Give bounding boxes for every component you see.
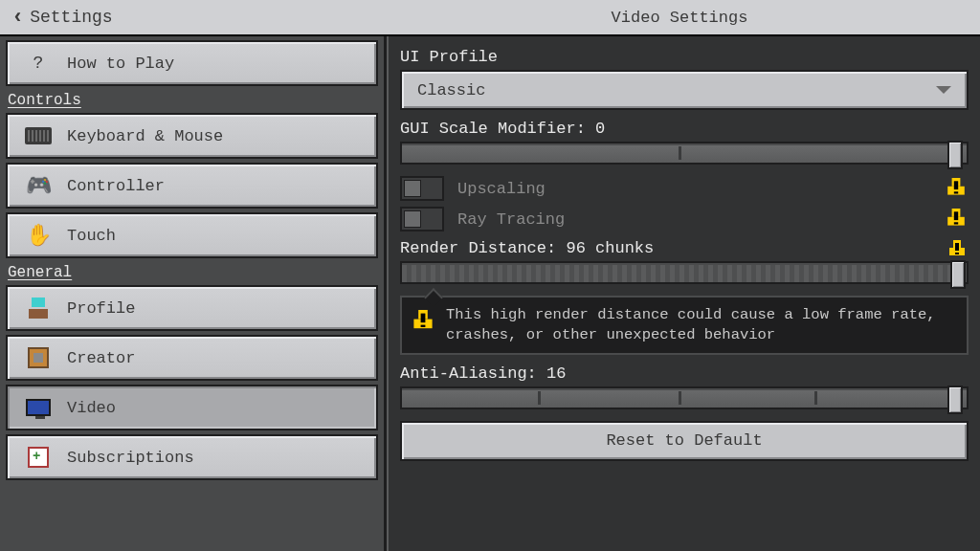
gui-scale-label: GUI Scale Modifier: 0 (400, 120, 969, 138)
controller-icon: 🎮 (21, 172, 56, 199)
back-label: Settings (30, 8, 112, 27)
upscaling-row: Upscaling (400, 176, 969, 201)
slider-thumb[interactable] (947, 386, 963, 414)
sidebar-item-creator[interactable]: Creator (6, 335, 378, 381)
svg-rect-3 (954, 191, 958, 193)
upscaling-label: Upscaling (457, 180, 546, 198)
section-controls: Controls (0, 88, 384, 111)
sidebar-item-label: Keyboard & Mouse (67, 127, 223, 145)
warning-text: This high render distance could cause a … (446, 305, 955, 345)
chevron-down-icon (936, 86, 951, 94)
profile-icon (21, 295, 56, 321)
settings-panel: UI Profile Classic GUI Scale Modifier: 0… (387, 36, 980, 551)
ui-profile-dropdown[interactable]: Classic (400, 70, 969, 110)
ray-tracing-row: Ray Tracing (400, 207, 969, 231)
keyboard-icon (21, 122, 56, 149)
warning-icon (947, 178, 965, 199)
sidebar-item-profile[interactable]: Profile (6, 285, 378, 331)
page-title: Video Settings (536, 9, 823, 27)
header-bar: ‹ Settings Video Settings (0, 0, 980, 36)
sidebar-item-subscriptions[interactable]: Subscriptions (6, 434, 378, 480)
back-button[interactable]: ‹ Settings (0, 6, 124, 30)
sidebar-item-label: Video (67, 399, 116, 417)
sidebar-item-controller[interactable]: 🎮 Controller (6, 163, 378, 209)
sidebar-item-label: How to Play (67, 55, 174, 73)
svg-rect-14 (421, 314, 426, 323)
ray-tracing-toggle[interactable] (400, 207, 444, 231)
svg-rect-11 (955, 253, 959, 254)
subscriptions-icon (21, 444, 56, 471)
svg-rect-15 (421, 325, 426, 327)
svg-rect-7 (954, 222, 958, 224)
sidebar-item-label: Controller (67, 177, 165, 195)
render-distance-warning: This high render distance could cause a … (400, 296, 969, 355)
upscaling-toggle[interactable] (400, 176, 444, 201)
warning-icon (413, 310, 434, 340)
slider-thumb[interactable] (947, 141, 963, 169)
ray-tracing-label: Ray Tracing (457, 210, 565, 229)
warning-icon (947, 209, 965, 230)
sidebar-item-label: Subscriptions (67, 449, 194, 467)
creator-icon (21, 344, 56, 371)
chevron-left-icon: ‹ (11, 6, 24, 30)
sidebar-item-label: Touch (67, 227, 116, 245)
sidebar: ? How to Play Controls Keyboard & Mouse … (0, 36, 387, 551)
ui-profile-label: UI Profile (400, 48, 969, 66)
reset-to-default-button[interactable]: Reset to Default (400, 421, 969, 461)
dropdown-value: Classic (417, 81, 485, 99)
video-icon (21, 394, 56, 421)
reset-label: Reset to Default (606, 431, 762, 450)
sidebar-item-how-to-play[interactable]: ? How to Play (6, 40, 378, 86)
render-distance-label: Render Distance: 96 chunks (400, 239, 969, 257)
svg-rect-6 (954, 211, 958, 220)
gui-scale-slider[interactable] (400, 142, 969, 165)
sidebar-item-label: Profile (67, 299, 135, 318)
slider-thumb[interactable] (950, 260, 966, 289)
anti-aliasing-label: Anti-Aliasing: 16 (400, 364, 969, 383)
anti-aliasing-slider[interactable] (400, 386, 969, 409)
svg-rect-2 (954, 181, 958, 189)
sidebar-item-keyboard-mouse[interactable]: Keyboard & Mouse (6, 113, 378, 159)
help-icon: ? (21, 50, 56, 77)
sidebar-item-touch[interactable]: ✋ Touch (6, 212, 378, 258)
render-distance-slider[interactable] (400, 261, 969, 284)
sidebar-item-video[interactable]: Video (6, 385, 378, 430)
section-general: General (0, 260, 384, 283)
sidebar-item-label: Creator (67, 349, 135, 367)
svg-rect-10 (955, 243, 959, 251)
touch-icon: ✋ (21, 222, 56, 249)
